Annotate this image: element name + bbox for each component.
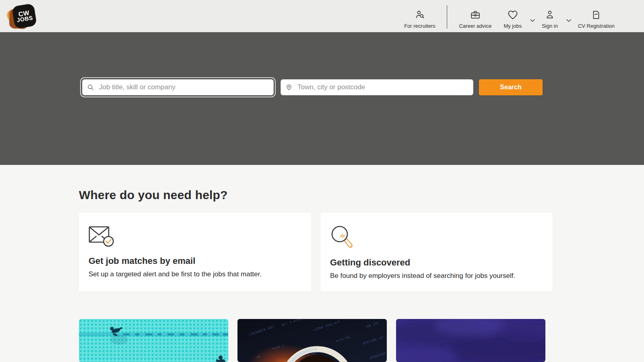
article-image-row: ((02390576 43CC +2C6AC 5561 4/7 434 17% … bbox=[79, 319, 644, 362]
nav-sign-in-group: Sign in bbox=[536, 4, 572, 29]
help-card-discovered: Getting discovered Be found by employers… bbox=[320, 213, 553, 292]
help-card-email: Get job matches by email Set up a target… bbox=[79, 213, 311, 292]
article-image-coffee-code[interactable]: ((02390576 43CC +2C6AC 5561 4/7 434 17% … bbox=[237, 319, 387, 362]
magnifier-icon bbox=[330, 243, 356, 250]
keyword-input[interactable] bbox=[82, 79, 274, 95]
site-header: CW JOBS For recruiters bbox=[0, 0, 644, 32]
keyword-field-focus-ring bbox=[80, 77, 276, 97]
card-title: Getting discovered bbox=[330, 257, 543, 268]
nav-label: For recruiters bbox=[404, 23, 435, 29]
document-icon bbox=[591, 10, 601, 20]
top-nav: For recruiters Career advice bbox=[398, 4, 621, 29]
person-icon bbox=[545, 10, 555, 20]
section-title: Where do you need help? bbox=[79, 188, 644, 202]
search-bar: Search bbox=[80, 32, 644, 97]
help-section: Where do you need help? Get job matches … bbox=[0, 165, 644, 292]
logo-plate: CW JOBS bbox=[12, 3, 37, 29]
chevron-down-icon[interactable] bbox=[566, 16, 571, 24]
nav-for-recruiters[interactable]: For recruiters bbox=[404, 4, 435, 29]
logo-text-jobs: JOBS bbox=[17, 15, 33, 23]
chevron-down-icon[interactable] bbox=[530, 16, 535, 24]
nav-my-jobs[interactable]: My jobs bbox=[504, 4, 522, 29]
nav-label: CV Registration bbox=[578, 23, 615, 29]
card-title: Get job matches by email bbox=[89, 256, 301, 266]
cwjobs-logo[interactable]: CW JOBS bbox=[8, 4, 36, 31]
nav-label: Sign in bbox=[542, 23, 558, 29]
location-input[interactable] bbox=[281, 79, 473, 95]
article-image-pool[interactable] bbox=[79, 319, 228, 362]
search-button[interactable]: Search bbox=[479, 79, 543, 95]
person-search-icon bbox=[415, 10, 425, 20]
nav-divider bbox=[447, 5, 447, 29]
card-description: Set up a targeted alert and be first to … bbox=[89, 270, 301, 278]
briefcase-icon bbox=[470, 10, 481, 20]
hero-section: Search bbox=[0, 32, 644, 165]
nav-cv-registration[interactable]: CV Registration bbox=[578, 4, 615, 29]
nav-career-advice[interactable]: Career advice bbox=[459, 4, 491, 29]
nav-label: My jobs bbox=[504, 23, 522, 29]
article-image-purple-clouds[interactable] bbox=[396, 319, 545, 362]
nav-sign-in[interactable]: Sign in bbox=[542, 4, 558, 29]
nav-label: Career advice bbox=[459, 23, 491, 29]
nav-my-jobs-group: My jobs bbox=[497, 4, 536, 29]
search-icon bbox=[87, 84, 94, 90]
heart-icon bbox=[507, 10, 518, 20]
email-check-icon bbox=[89, 241, 114, 248]
location-pin-icon bbox=[286, 84, 292, 90]
card-description: Be found by employers instead of searchi… bbox=[330, 272, 543, 280]
